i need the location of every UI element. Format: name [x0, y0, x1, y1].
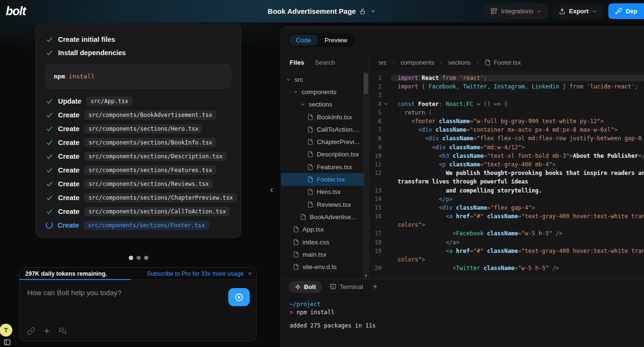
- view-mode-toggle: Code Preview: [288, 33, 355, 47]
- file-task-path[interactable]: src/components/sections/Footer.tsx: [84, 221, 209, 230]
- rocket-icon: [615, 8, 622, 15]
- code-token: <: [398, 204, 442, 211]
- pagination-dot[interactable]: [144, 256, 148, 260]
- tree-file-calltoaction-[interactable]: CallToAction....: [281, 123, 369, 135]
- tree-file-vite-env-d-ts[interactable]: vite-env.d.ts: [281, 260, 369, 273]
- tree-file-footer-tsx[interactable]: Footer.tsx: [281, 173, 369, 185]
- code-token: </: [638, 153, 644, 159]
- attach-link-icon[interactable]: [27, 327, 35, 335]
- scrollbar-down-arrow[interactable]: ▼: [364, 274, 368, 278]
- file-task-path[interactable]: src/components/sections/CallToAction.tsx: [84, 207, 230, 216]
- tree-file-bookinfo-tsx[interactable]: BookInfo.tsx: [281, 111, 369, 123]
- code-token: =: [487, 204, 490, 211]
- file-icon: [293, 239, 299, 245]
- workbench-body: srccomponentssectionsBookInfo.tsxCallToA…: [281, 72, 644, 279]
- tree-file-main-tsx[interactable]: main.tsx: [281, 248, 369, 260]
- code-editor[interactable]: 1import React from 'react';2import { Fac…: [369, 72, 644, 279]
- chevron-right-icon: [391, 60, 396, 65]
- code-token: div: [422, 126, 432, 133]
- tree-file-index-css[interactable]: index.css: [281, 236, 369, 248]
- command-name: npm: [54, 73, 65, 80]
- command-block[interactable]: npm install: [46, 64, 231, 88]
- file-task-path[interactable]: src/components/sections/ChapterPreview.t…: [84, 193, 237, 202]
- breadcrumb-item[interactable]: components: [400, 59, 434, 66]
- file-task-action: Create: [58, 125, 79, 133]
- check-icon: [46, 194, 53, 202]
- code-token: "w-5 h-5": [521, 230, 552, 237]
- tab-preview[interactable]: Preview: [318, 35, 354, 46]
- breadcrumb-item[interactable]: Footer.tsx: [485, 59, 521, 66]
- file-task-path[interactable]: src/components/sections/Description.tsx: [84, 152, 227, 161]
- file-task-row: Createsrc/components/sections/Descriptio…: [46, 149, 231, 163]
- subscribe-pro-link[interactable]: Subscribe to Pro for 33x more usage: [147, 270, 244, 277]
- check-icon: [46, 36, 53, 43]
- breadcrumb-item[interactable]: src: [379, 59, 387, 66]
- close-icon[interactable]: ×: [248, 270, 252, 277]
- tree-item-label: BookInfo.tsx: [317, 114, 352, 121]
- code-token: Linkedin: [532, 83, 559, 90]
- tab-terminal[interactable]: Terminal: [330, 283, 363, 290]
- tab-files[interactable]: Files: [290, 59, 304, 66]
- tree-file-bookadvertise-[interactable]: BookAdvertise...: [281, 211, 369, 223]
- code-token: "container mx-auto px-4 md:px-8 max-w-6x…: [470, 126, 614, 133]
- tree-file-features-tsx[interactable]: Features.tsx: [281, 161, 369, 173]
- tree-file-app-tsx[interactable]: App.tsx: [281, 223, 369, 236]
- tree-folder-src[interactable]: src: [281, 73, 369, 86]
- chat-input[interactable]: How can Bolt help you today?: [20, 280, 256, 297]
- code-line: 18 </a>: [369, 238, 644, 247]
- export-button[interactable]: Export: [553, 3, 604, 19]
- file-icon: [307, 176, 313, 183]
- chevron-down-icon: [592, 9, 597, 14]
- chat-input-container: 297K daily tokens remaining. Subscribe t…: [19, 267, 257, 341]
- fold-chevron-icon[interactable]: [383, 101, 389, 106]
- code-token: return: [398, 109, 425, 116]
- file-task-action: Create: [58, 208, 79, 215]
- pagination-dot[interactable]: [129, 256, 133, 260]
- integrations-button[interactable]: Integrations: [485, 3, 548, 19]
- collapse-chat-handle[interactable]: ‹: [265, 183, 278, 195]
- tree-file-hero-tsx[interactable]: Hero.tsx: [281, 186, 369, 198]
- tab-code[interactable]: Code: [289, 35, 318, 46]
- sidebar-toggle-icon[interactable]: [3, 338, 11, 347]
- add-terminal-button[interactable]: +: [371, 282, 379, 291]
- tree-file-reviews-tsx[interactable]: Reviews.tsx: [281, 198, 369, 211]
- tree-folder-components[interactable]: components: [281, 86, 369, 98]
- code-token: className: [435, 118, 469, 125]
- tab-search[interactable]: Search: [315, 59, 335, 66]
- file-task-path[interactable]: src/components/sections/Hero.tsx: [84, 124, 203, 134]
- terminal-command: npm install: [293, 309, 334, 316]
- code-token: className: [439, 135, 473, 142]
- chevron-down-icon: [537, 9, 542, 14]
- scrollbar-thumb[interactable]: [364, 73, 368, 94]
- tree-folder-sections[interactable]: sections: [281, 98, 369, 111]
- file-task-path[interactable]: src/components/sections/Reviews.tsx: [84, 179, 213, 189]
- tokens-remaining-text: 297K daily tokens remaining.: [25, 270, 147, 277]
- breadcrumb-item[interactable]: sections: [448, 59, 471, 66]
- project-title-menu[interactable]: Book Advertisement Page: [268, 7, 376, 15]
- file-task-path[interactable]: src/components/BookAdvertisement.tsx: [84, 110, 216, 120]
- file-tree-scrollbar[interactable]: ▼: [363, 72, 369, 279]
- pagination-dot[interactable]: [137, 256, 141, 260]
- chat-bubbles-icon[interactable]: [59, 327, 67, 335]
- file-task-action: Create: [58, 139, 79, 146]
- code-token: Twitter: [456, 265, 480, 271]
- code-token: <: [398, 265, 456, 271]
- sparkles-icon[interactable]: [43, 327, 51, 335]
- code-token: className: [432, 126, 466, 133]
- deploy-button[interactable]: Dep: [608, 3, 644, 19]
- code-line: 8 <div className="flex flex-col md:flex-…: [369, 134, 644, 143]
- file-task-path[interactable]: src/App.tsx: [86, 96, 132, 106]
- code-token: (: [425, 109, 432, 116]
- tab-bolt-terminal[interactable]: Bolt: [289, 281, 322, 293]
- file-task-path[interactable]: src/components/sections/Features.tsx: [84, 165, 216, 175]
- tree-file-description-tsx[interactable]: Description.tsx: [281, 148, 369, 161]
- terminal-output[interactable]: ~/project > npm install added 275 packag…: [281, 294, 644, 347]
- avatar[interactable]: T: [0, 324, 12, 337]
- code-token: >: [552, 161, 556, 168]
- bolt-logo[interactable]: bolt: [0, 4, 26, 18]
- file-task-path[interactable]: src/components/sections/BookInfo.tsx: [84, 138, 216, 147]
- tree-file-chapterprevi-[interactable]: ChapterPrevi...: [281, 135, 369, 148]
- stop-generation-button[interactable]: [228, 288, 250, 306]
- token-usage-bar: 297K daily tokens remaining. Subscribe t…: [20, 268, 256, 280]
- check-icon: [46, 139, 53, 146]
